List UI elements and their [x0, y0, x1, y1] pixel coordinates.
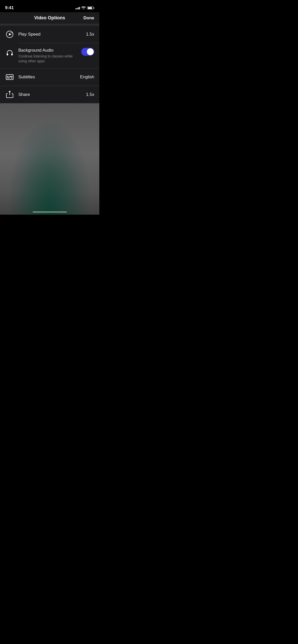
done-button[interactable]: Done — [82, 16, 94, 21]
svg-rect-4 — [7, 53, 8, 55]
play-speed-row[interactable]: Play Speed 1.5x — [0, 26, 99, 43]
share-content: Share — [18, 92, 86, 97]
headphones-icon — [5, 48, 14, 57]
background-gradient — [0, 103, 99, 215]
svg-line-3 — [12, 33, 12, 33]
svg-rect-5 — [11, 53, 13, 55]
share-icon — [5, 90, 14, 99]
page-title: Video Options — [18, 15, 82, 21]
navigation-header: Video Options Done — [0, 12, 99, 24]
svg-marker-1 — [9, 33, 11, 36]
play-speed-value: 1.5x — [86, 32, 94, 37]
svg-rect-8 — [9, 76, 12, 77]
share-value: 1.5x — [86, 92, 94, 97]
subtitles-content: Subtitles — [18, 75, 80, 80]
background-area — [0, 103, 99, 215]
wifi-icon — [82, 6, 86, 9]
status-time: 9:41 — [5, 5, 14, 10]
subtitles-label: Subtitles — [18, 75, 35, 79]
subtitles-row[interactable]: Subtitles English — [0, 68, 99, 86]
svg-rect-10 — [11, 78, 12, 78]
play-speed-content: Play Speed — [18, 32, 86, 37]
home-indicator — [33, 211, 67, 213]
background-audio-toggle[interactable] — [81, 48, 94, 56]
menu-section: Play Speed 1.5x Background Audio Continu… — [0, 26, 99, 103]
svg-rect-7 — [7, 76, 9, 77]
background-audio-content: Background Audio Continue listening to c… — [18, 48, 81, 64]
background-audio-subtitle: Continue listening to classes while usin… — [18, 54, 81, 64]
svg-rect-6 — [6, 75, 13, 80]
play-speed-label: Play Speed — [18, 32, 40, 37]
share-label: Share — [18, 92, 30, 97]
subtitles-value: English — [80, 75, 94, 80]
subtitles-icon — [5, 72, 14, 82]
svg-rect-9 — [7, 78, 10, 78]
status-icons — [75, 6, 94, 9]
signal-strength-icon — [75, 6, 80, 9]
play-speed-icon — [5, 30, 14, 39]
toggle-knob — [87, 48, 94, 55]
background-audio-row[interactable]: Background Audio Continue listening to c… — [0, 43, 99, 68]
status-bar: 9:41 — [0, 0, 99, 12]
battery-icon — [87, 6, 94, 9]
share-row[interactable]: Share 1.5x — [0, 86, 99, 103]
section-separator — [0, 24, 99, 26]
background-audio-label: Background Audio — [18, 48, 53, 53]
